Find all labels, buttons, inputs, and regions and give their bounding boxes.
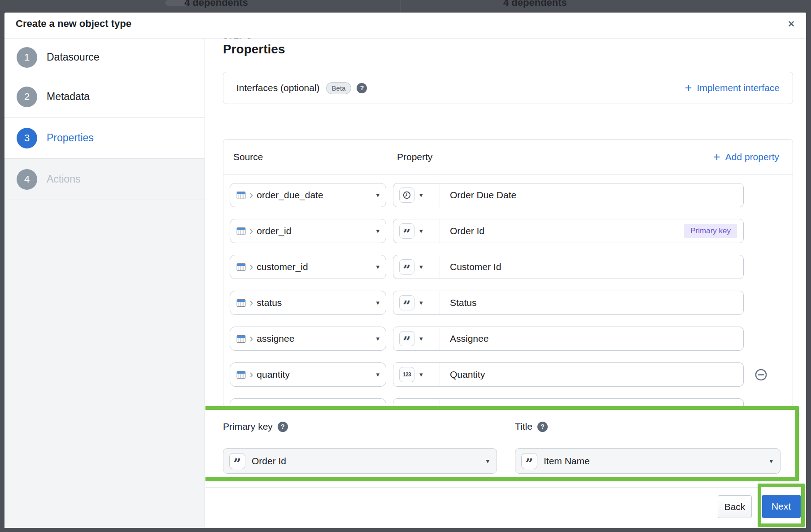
property-name-input[interactable]: Order Due Date (440, 183, 743, 207)
type-selector-number[interactable]: 123 ▾ (393, 363, 440, 386)
source-select-order-due-date[interactable]: › order_due_date ▾ (230, 183, 386, 207)
help-icon[interactable]: ? (357, 83, 367, 93)
chevron-down-icon: ▾ (769, 457, 773, 465)
create-object-type-modal: Create a new object type ✕ 1 Datasource … (4, 13, 806, 528)
step-content: STEP 3 Properties Interfaces (optional) … (205, 39, 806, 528)
plus-icon: + (713, 153, 720, 161)
property-name-input[interactable]: Assignee (440, 327, 743, 350)
step-4-circle: 4 (17, 169, 37, 190)
string-icon: ” (399, 259, 414, 275)
help-icon[interactable]: ? (278, 422, 288, 432)
property-name-value: Quantity (450, 369, 485, 380)
close-icon[interactable]: ✕ (783, 15, 800, 32)
source-select-customer-id[interactable]: › customer_id ▾ (230, 255, 386, 279)
back-button[interactable]: Back (718, 495, 752, 518)
chevron-right-icon: › (249, 190, 253, 199)
modal-header: Create a new object type ✕ (4, 13, 806, 39)
step-3-circle: 3 (17, 128, 37, 148)
source-column-name: quantity (257, 369, 290, 380)
source-column-header: Source (233, 152, 397, 162)
help-icon[interactable]: ? (537, 422, 548, 432)
source-column-name: status (257, 297, 282, 308)
title-value: Item Name (544, 456, 590, 467)
primary-key-label: Primary key (223, 421, 273, 432)
key-title-highlight: Primary key ? ” Order Id ▾ Title ? ” Ite… (205, 406, 799, 481)
table-icon (236, 191, 246, 200)
chevron-down-icon: ▾ (419, 335, 423, 343)
add-property-label: Add property (725, 152, 779, 162)
property-name-value: Status (450, 297, 477, 308)
property-name-input[interactable]: Order Id Primary key (440, 219, 743, 243)
properties-table: Source Property + Add property › order_d… (223, 139, 793, 407)
plus-icon: + (685, 83, 692, 92)
sidebar-item-label: Metadata (47, 91, 90, 103)
property-name-input[interactable]: Quantity (440, 363, 743, 386)
property-name-input[interactable]: Customer Id (440, 255, 743, 279)
source-select-quantity[interactable]: › quantity ▾ (230, 362, 386, 387)
sidebar-item-label: Actions (47, 173, 80, 185)
sidebar-item-properties[interactable]: 3 Properties (4, 118, 205, 159)
type-selector-string[interactable]: ” ▾ (393, 327, 440, 350)
chevron-down-icon: ▾ (419, 191, 423, 199)
source-select-order-id[interactable]: › order_id ▾ (230, 219, 386, 243)
backdrop-divider (401, 0, 401, 13)
implement-interface-label: Implement interface (697, 83, 780, 93)
sidebar-item-actions: 4 Actions (4, 159, 205, 200)
sidebar-item-label: Datasource (47, 51, 100, 63)
add-property-button[interactable]: + Add property (713, 152, 779, 162)
string-icon: ” (521, 453, 537, 469)
string-icon: ” (399, 223, 414, 239)
source-select-assignee[interactable]: › assignee ▾ (230, 327, 386, 351)
type-selector-string[interactable]: ” ▾ (393, 291, 440, 314)
table-icon (236, 227, 246, 236)
chevron-right-icon: › (249, 298, 253, 307)
property-field: ” ▾ Customer Id (393, 255, 744, 279)
table-row: › quantity ▾ 123 ▾ Quantity (230, 362, 793, 387)
next-button[interactable]: Next (762, 495, 801, 518)
sidebar-item-label: Properties (47, 132, 94, 144)
table-row: › assignee ▾ ” ▾ Assignee (230, 327, 793, 351)
title-label: Title (515, 421, 532, 432)
modal-title: Create a new object type (16, 17, 131, 31)
property-name-value: Order Id (450, 226, 484, 236)
primary-key-select[interactable]: ” Order Id ▾ (223, 448, 497, 474)
sidebar-item-datasource[interactable]: 1 Datasource (4, 39, 205, 76)
type-selector-timestamp[interactable]: ▾ (393, 183, 440, 207)
chevron-down-icon: ▾ (486, 457, 489, 465)
page-title: Properties (223, 42, 285, 57)
sidebar-item-metadata[interactable]: 2 Metadata (4, 76, 205, 118)
number-icon: 123 (399, 367, 414, 382)
chevron-right-icon: › (249, 262, 253, 271)
property-field: ▾ Order Due Date (393, 183, 744, 207)
string-icon: ” (399, 295, 414, 310)
property-name-input[interactable]: Status (440, 291, 743, 314)
title-select[interactable]: ” Item Name ▾ (515, 448, 780, 474)
source-select-status[interactable]: › status ▾ (230, 291, 386, 315)
chevron-down-icon: ▾ (419, 299, 423, 307)
footer-divider (205, 487, 806, 488)
type-selector-string[interactable]: ” ▾ (393, 255, 440, 279)
chevron-down-icon: ▾ (376, 335, 379, 343)
source-column-name: customer_id (257, 262, 308, 272)
table-row: › order_due_date ▾ ▾ Order Due Date (230, 183, 793, 207)
chevron-down-icon: ▾ (376, 263, 379, 271)
primary-key-badge: Primary key (684, 224, 737, 238)
table-icon (236, 298, 246, 308)
chevron-right-icon: › (249, 334, 253, 343)
table-icon (236, 262, 246, 272)
type-selector-string[interactable]: ” ▾ (393, 219, 440, 243)
step-1-circle: 1 (17, 47, 37, 68)
timestamp-icon (399, 188, 414, 203)
remove-row-icon[interactable] (754, 368, 768, 382)
steps-sidebar: 1 Datasource 2 Metadata 3 Properties 4 A… (4, 39, 205, 528)
string-icon: ” (229, 453, 245, 469)
next-button-highlight: Next (758, 484, 805, 527)
property-name-value: Customer Id (450, 262, 501, 272)
implement-interface-button[interactable]: + Implement interface (685, 83, 780, 93)
property-field: ” ▾ Status (393, 291, 744, 315)
string-icon: ” (399, 331, 414, 346)
source-column-name: assignee (257, 333, 294, 344)
primary-key-label-row: Primary key ? (223, 421, 288, 432)
property-field: ” ▾ Assignee (393, 327, 744, 351)
title-label-row: Title ? (515, 421, 548, 432)
